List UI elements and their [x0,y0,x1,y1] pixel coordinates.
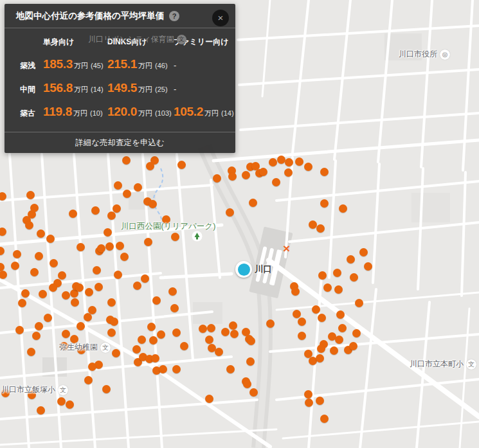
price-dot[interactable] [32,332,41,340]
price-dot[interactable] [298,332,306,340]
price-dot[interactable] [71,298,79,307]
price-dot[interactable] [291,287,300,296]
price-dot[interactable] [149,200,157,208]
price-dot[interactable] [102,385,111,393]
price-dot[interactable] [152,296,161,305]
price-dot[interactable] [132,345,141,354]
price-dot[interactable] [229,321,237,330]
price-dot[interactable] [44,314,52,322]
price-dot[interactable] [46,235,55,243]
price-dot[interactable] [134,183,142,192]
price-dot[interactable] [318,314,326,322]
price-dot[interactable] [338,324,347,332]
price-dot[interactable] [330,346,338,355]
price-dot[interactable] [221,328,230,336]
price-dot[interactable] [205,336,213,344]
station-marker[interactable] [235,261,252,278]
price-dot[interactable] [84,376,93,384]
price-dot[interactable] [305,399,313,407]
detailed-assessment-link[interactable]: 詳細な売却査定を申込む [5,132,235,153]
price-dot[interactable] [107,211,116,220]
price-dot[interactable] [62,291,70,300]
price-dot[interactable] [205,395,213,403]
price-dot[interactable] [133,282,141,290]
price-dot[interactable] [26,191,35,199]
price-dot[interactable] [177,161,186,169]
price-dot[interactable] [304,390,312,399]
price-dot[interactable] [168,287,177,296]
price-dot[interactable] [50,259,58,267]
price-dot[interactable] [0,271,7,279]
price-dot[interactable] [104,228,112,237]
price-dot[interactable] [335,336,343,344]
price-dot[interactable] [75,283,84,292]
price-dot[interactable] [320,199,329,208]
price-dot[interactable] [151,354,159,363]
price-dot[interactable] [242,171,250,179]
price-dot[interactable] [114,181,122,190]
price-dot[interactable] [18,299,26,307]
price-dot[interactable] [323,283,332,292]
price-dot[interactable] [246,357,255,366]
price-dot[interactable] [180,342,188,350]
price-dot[interactable] [0,247,5,255]
price-dot[interactable] [347,255,355,264]
price-dot[interactable] [30,268,39,276]
price-dot[interactable] [320,415,329,423]
price-dot[interactable] [304,163,312,171]
price-dot[interactable] [144,238,152,246]
price-dot[interactable] [316,397,324,405]
price-dot[interactable] [57,397,66,406]
price-dot[interactable] [228,172,237,181]
price-dot[interactable] [147,323,156,331]
price-dot[interactable] [266,319,275,328]
price-dot[interactable] [107,298,116,307]
price-dot[interactable] [316,224,325,233]
price-dot[interactable] [226,208,234,217]
price-dot[interactable] [213,174,221,183]
price-dot[interactable] [122,156,131,165]
price-dot[interactable] [110,318,118,326]
price-dot[interactable] [0,192,6,201]
price-dot[interactable] [171,233,179,241]
price-dot[interactable] [146,162,154,170]
close-button[interactable]: × [212,10,229,26]
price-dot[interactable] [95,283,103,291]
price-dot[interactable] [199,325,207,333]
price-dot[interactable] [317,345,325,353]
price-dot[interactable] [207,324,215,332]
price-dot[interactable] [114,271,122,279]
price-dot[interactable] [172,328,181,337]
price-dot[interactable] [49,283,57,292]
price-dot[interactable] [138,336,146,344]
price-dot[interactable] [226,365,235,373]
price-dot[interactable] [170,304,179,312]
price-dot[interactable] [350,273,358,282]
price-dot[interactable] [77,243,85,251]
price-dot[interactable] [0,228,6,236]
price-dot[interactable] [69,210,77,218]
price-dot[interactable] [123,190,131,198]
price-dot[interactable] [66,400,74,409]
price-dot[interactable] [312,305,320,314]
price-dot[interactable] [159,365,167,373]
price-dot[interactable] [272,178,280,186]
price-dot[interactable] [120,253,129,261]
price-dot[interactable] [295,157,303,166]
price-dot[interactable] [13,250,21,258]
price-dot[interactable] [37,406,45,415]
price-dot[interactable] [172,365,181,373]
price-dot[interactable] [88,363,96,371]
price-dot[interactable] [157,330,165,339]
price-dot[interactable] [97,244,105,253]
price-dot[interactable] [35,252,43,260]
price-dot[interactable] [284,168,293,177]
price-dot[interactable] [230,330,239,338]
price-dot[interactable] [269,158,277,166]
price-dot[interactable] [105,242,114,251]
price-dot[interactable] [349,342,357,350]
help-icon[interactable]: ? [169,11,179,21]
price-dot[interactable] [85,288,93,296]
price-dot[interactable] [359,248,368,256]
price-dot[interactable] [247,337,255,345]
